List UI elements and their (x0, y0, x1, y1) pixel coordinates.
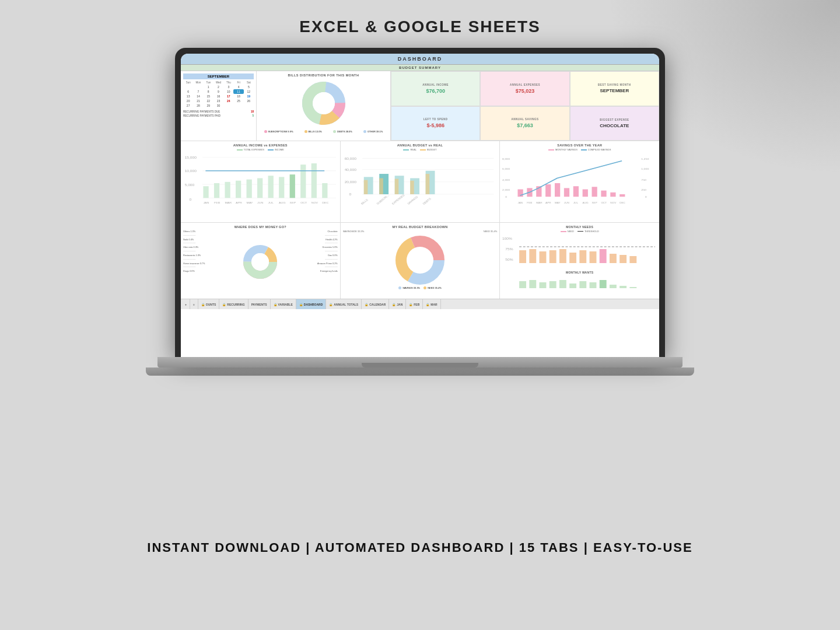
svg-text:SEP: SEP (592, 201, 597, 204)
svg-rect-22 (300, 164, 306, 198)
tab-variable[interactable]: 🔒 VARIABLE (271, 299, 296, 309)
real-budget-breakdown: MY REAL BUDGET BREAKDOWN SAVINGS/DE 33.3… (341, 223, 501, 299)
svg-text:MAY: MAY (555, 201, 561, 204)
tab-payments[interactable]: PAYMENTS (249, 299, 271, 309)
svg-rect-78 (592, 187, 597, 197)
svg-text:40,000: 40,000 (344, 168, 356, 171)
svg-text:JUN: JUN (257, 201, 264, 204)
svg-text:2,000: 2,000 (502, 188, 510, 191)
svg-text:JUN: JUN (564, 201, 569, 204)
svg-rect-112 (569, 253, 576, 263)
stat-best-saving: BEST SAVING MONTH SEPTEMBER (570, 71, 659, 106)
svg-text:6,000: 6,000 (502, 167, 510, 170)
svg-text:MAR: MAR (225, 201, 232, 204)
bills-donut-legend: SUBSCRIPTIONS 9.9% BILLS 13.0% DEBTS 38.… (259, 130, 388, 133)
page-bottom-title: INSTANT DOWNLOAD | AUTOMATED DASHBOARD |… (147, 540, 692, 555)
svg-rect-123 (559, 280, 566, 288)
svg-text:1,250: 1,250 (642, 158, 650, 160)
tab-jan[interactable]: 🔒 JAN (389, 299, 406, 309)
svg-text:50%: 50% (506, 258, 513, 261)
svg-rect-126 (590, 282, 597, 288)
bills-donut-chart (300, 80, 347, 127)
svg-text:JAN: JAN (518, 201, 523, 204)
svg-rect-127 (600, 280, 607, 288)
tab-feb[interactable]: 🔒 FEB (406, 299, 423, 309)
svg-rect-107 (519, 250, 526, 263)
svg-rect-74 (555, 183, 560, 197)
svg-rect-128 (610, 285, 617, 288)
laptop-mockup: DASHBOARD BUDGET SUMMARY SEPTEMBER (169, 48, 671, 526)
svg-text:FEB: FEB (214, 201, 220, 204)
laptop-screen-outer: DASHBOARD BUDGET SUMMARY SEPTEMBER (175, 48, 665, 357)
stat-biggest-expense: BIGGEST EXPENSE CHOCOLATE (570, 106, 659, 141)
svg-text:15,000: 15,000 (185, 156, 197, 159)
svg-rect-17 (247, 180, 252, 198)
svg-rect-54 (425, 174, 429, 194)
stats-grid: ANNUAL INCOME $76,700 ANNUAL EXPENSES $7… (391, 71, 659, 141)
svg-text:MAR: MAR (537, 201, 542, 204)
svg-text:NOV: NOV (312, 201, 318, 204)
svg-text:MAY: MAY (247, 201, 254, 204)
svg-rect-114 (590, 251, 597, 263)
savings-chart: SAVINGS OVER THE YEAR MONTHLY SAVINGS CO… (500, 141, 659, 222)
tab-accounts[interactable]: 🔒 OUNTS (198, 299, 220, 309)
svg-text:60,000: 60,000 (344, 157, 356, 160)
bills-donut-section: BILLS DISTRIBUTION FOR THIS MONTH (257, 71, 391, 141)
dashboard-header: DASHBOARD (181, 54, 659, 65)
svg-point-102 (407, 247, 433, 274)
svg-text:750: 750 (642, 178, 647, 181)
calendar-grid: Sun Mon Tue Wed Thu Fri Sat 1 (183, 80, 254, 108)
tab-calendar[interactable]: 🔒 CALENDAR (362, 299, 389, 309)
tab-annual-totals[interactable]: 🔒 ANNUAL TOTALS (326, 299, 362, 309)
tab-menu[interactable]: ≡ (190, 299, 198, 309)
tab-mar[interactable]: 🔒 MAR (423, 299, 440, 309)
svg-rect-15 (225, 182, 230, 198)
svg-rect-18 (257, 178, 262, 198)
svg-rect-129 (620, 286, 626, 288)
money-flow-chart: WHERE DOES MY MONEY GO? Others 1.3% ────… (181, 223, 341, 299)
svg-rect-115 (600, 249, 607, 263)
svg-text:FEB: FEB (527, 201, 533, 204)
svg-rect-19 (268, 176, 274, 198)
tab-add[interactable]: + (182, 299, 190, 309)
stat-annual-savings: ANNUAL SAVINGS $7,663 (480, 106, 569, 141)
svg-text:8,000: 8,000 (502, 158, 510, 160)
svg-text:JUL: JUL (268, 201, 274, 204)
svg-rect-51 (379, 178, 383, 194)
svg-text:0: 0 (349, 193, 351, 196)
svg-rect-20 (279, 177, 284, 198)
svg-rect-52 (394, 179, 398, 194)
svg-text:DEC: DEC (322, 201, 329, 204)
svg-text:20,000: 20,000 (344, 181, 356, 184)
svg-rect-113 (580, 250, 587, 263)
laptop-bezel: DASHBOARD BUDGET SUMMARY SEPTEMBER (181, 54, 659, 357)
svg-rect-13 (203, 186, 208, 198)
svg-rect-125 (580, 281, 587, 288)
spreadsheet-container: DASHBOARD BUDGET SUMMARY SEPTEMBER (181, 54, 659, 357)
svg-text:JAN: JAN (203, 201, 209, 204)
svg-text:APR: APR (545, 201, 551, 204)
stat-annual-expenses: ANNUAL EXPENSES $75,023 (480, 71, 569, 106)
tab-recurring[interactable]: 🔒 RECURRING (219, 299, 248, 309)
svg-rect-120 (530, 280, 537, 288)
svg-rect-111 (559, 249, 566, 263)
svg-rect-122 (550, 281, 556, 288)
svg-rect-53 (410, 181, 414, 194)
stat-annual-income: ANNUAL INCOME $76,700 (391, 71, 480, 106)
svg-rect-130 (630, 287, 637, 288)
tab-dashboard[interactable]: 🔒 DASHBOARD (296, 299, 327, 309)
svg-text:OCT: OCT (300, 201, 307, 204)
svg-rect-121 (540, 282, 547, 288)
svg-text:JUL: JUL (573, 201, 579, 204)
svg-text:AUG: AUG (583, 201, 589, 204)
svg-text:100%: 100% (502, 237, 512, 240)
svg-rect-118 (630, 256, 637, 263)
svg-text:1,000: 1,000 (642, 167, 650, 170)
bills-chart-title: BILLS DISTRIBUTION FOR THIS MONTH (288, 74, 359, 77)
svg-rect-109 (540, 251, 547, 263)
svg-rect-116 (610, 254, 617, 263)
svg-rect-21 (290, 174, 295, 198)
svg-rect-119 (519, 281, 526, 288)
svg-text:250: 250 (642, 188, 647, 191)
charts-row-1: ANNUAL INCOME vs EXPENSES TOTAL EXPENSES… (181, 141, 659, 223)
